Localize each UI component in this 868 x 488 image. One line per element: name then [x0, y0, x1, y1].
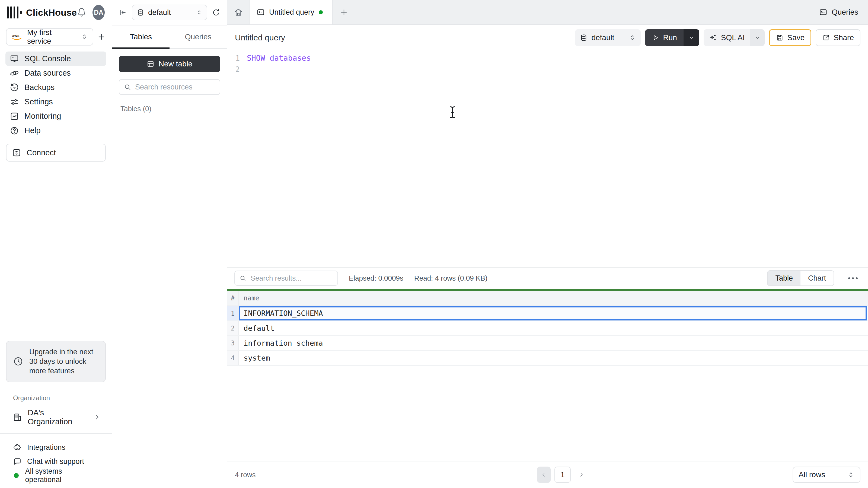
organization-row[interactable]: DA's Organization [0, 405, 112, 433]
text-cursor-pointer [447, 105, 458, 120]
collapse-panel-icon[interactable] [119, 8, 127, 17]
row-value[interactable]: system [239, 351, 868, 365]
results-panel: Elapsed: 0.0009s Read: 4 rows (0.09 KB) … [227, 267, 868, 488]
refresh-icon[interactable] [212, 8, 220, 17]
upgrade-banner[interactable]: Upgrade in the next 30 days to unlock mo… [6, 341, 106, 382]
tab-tables-label: Tables [130, 33, 152, 41]
sidebar-item-label: Settings [24, 97, 53, 106]
notifications-bell-icon[interactable] [77, 8, 87, 18]
app-root: ClickHouse DA aws My first service [0, 0, 868, 488]
sidebar-item-integrations[interactable]: Integrations [6, 440, 106, 454]
resources-search-input[interactable] [119, 79, 220, 95]
share-external-icon [822, 34, 830, 41]
row-value[interactable]: information_schema [239, 336, 868, 350]
play-icon [652, 34, 659, 41]
toggle-table-view[interactable]: Table [768, 271, 801, 286]
console-icon [10, 54, 19, 63]
current-page-button[interactable]: 1 [554, 466, 571, 483]
queries-button-label: Queries [832, 8, 858, 17]
results-more-options-icon[interactable] [845, 274, 861, 282]
table-row[interactable]: 3 information_schema [227, 336, 868, 351]
tab-tables[interactable]: Tables [112, 26, 169, 48]
sidebar-nav: SQL Console Data sources Backups Setting… [0, 52, 112, 138]
clock-icon [13, 356, 23, 366]
sidebar-header: ClickHouse DA [0, 0, 112, 25]
results-search-input[interactable] [235, 270, 338, 286]
page-size-select[interactable]: All rows [793, 466, 860, 483]
results-footer: 4 rows 1 All rows [227, 461, 868, 488]
search-icon [124, 83, 131, 91]
puzzle-icon [13, 443, 22, 452]
run-button-group: Run [645, 29, 699, 46]
sidebar-item-system-status[interactable]: All systems operational [6, 468, 106, 483]
new-table-button-label: New table [159, 60, 193, 68]
column-header-name[interactable]: name [239, 291, 868, 305]
queries-button[interactable]: Queries [809, 0, 868, 24]
sql-ai-options-button[interactable] [750, 29, 765, 46]
sidebar-item-monitoring[interactable]: Monitoring [5, 109, 106, 123]
workspace: Untitled query Queries Untitled query de… [227, 0, 868, 488]
toggle-table-label: Table [775, 274, 793, 283]
settings-icon [10, 97, 19, 106]
database-icon [137, 9, 144, 16]
toolbar-database-select[interactable]: default [575, 29, 641, 46]
chevron-right-icon [93, 414, 101, 421]
service-select-label: My first service [27, 28, 76, 45]
table-row[interactable]: 4 system [227, 351, 868, 366]
new-table-button[interactable]: New table [119, 56, 220, 72]
previous-page-button[interactable] [537, 466, 551, 483]
sidebar-item-settings[interactable]: Settings [5, 95, 106, 109]
sidebar-item-sql-console[interactable]: SQL Console [5, 52, 106, 66]
database-select[interactable]: default [132, 5, 207, 20]
chat-icon [13, 457, 22, 466]
sidebar-item-label: Help [24, 126, 41, 135]
monitoring-icon [10, 112, 19, 121]
run-button[interactable]: Run [645, 29, 683, 46]
toggle-chart-view[interactable]: Chart [801, 271, 834, 286]
save-button[interactable]: Save [769, 29, 811, 46]
next-page-button[interactable] [575, 466, 588, 483]
service-select[interactable]: aws My first service [6, 28, 93, 45]
resources-search [119, 79, 220, 95]
home-icon[interactable] [227, 0, 250, 24]
editor-line: 2 [227, 64, 868, 75]
view-toggle: Table Chart [767, 270, 834, 286]
sql-ai-button[interactable]: SQL AI [704, 29, 750, 46]
sidebar-item-backups[interactable]: Backups [5, 80, 106, 95]
total-rows-label: 4 rows [235, 470, 333, 479]
sql-editor[interactable]: 1 SHOW databases 2 [227, 51, 868, 267]
row-value[interactable]: default [239, 321, 868, 335]
connect-button[interactable]: Connect [6, 144, 106, 162]
chevron-updown-icon [81, 33, 88, 40]
editor-line: 1 SHOW databases [227, 53, 868, 64]
page-size-label: All rows [799, 470, 844, 479]
sidebar-footer-label: All systems operational [25, 467, 99, 484]
row-number: 2 [227, 321, 239, 335]
sidebar-item-help[interactable]: Help [5, 123, 106, 138]
table-row[interactable]: 2 default [227, 321, 868, 336]
query-success-bar [227, 289, 868, 291]
new-tab-button[interactable] [333, 0, 355, 24]
results-table: # name 1 INFORMATION_SCHEMA 2 default 3 … [227, 291, 868, 366]
line-number: 2 [227, 65, 240, 73]
sidebar-item-chat-support[interactable]: Chat with support [6, 454, 106, 468]
line-number: 1 [227, 54, 240, 62]
sql-ai-button-group: SQL AI [704, 29, 765, 46]
share-button[interactable]: Share [816, 29, 860, 46]
add-service-button[interactable] [97, 33, 106, 41]
sparkles-icon [709, 34, 717, 42]
user-avatar[interactable]: DA [93, 5, 105, 20]
sidebar-item-data-sources[interactable]: Data sources [5, 66, 106, 80]
run-button-label: Run [663, 33, 677, 42]
table-row[interactable]: 1 INFORMATION_SCHEMA [227, 306, 868, 321]
row-number: 4 [227, 351, 239, 365]
row-value[interactable]: INFORMATION_SCHEMA [239, 306, 867, 321]
column-header-index[interactable]: # [227, 291, 239, 305]
tab-queries[interactable]: Queries [169, 26, 227, 48]
aws-logo-icon: aws [11, 33, 23, 41]
query-tab-bar: Untitled query Queries [227, 0, 868, 25]
clickhouse-logo-icon [7, 6, 22, 19]
backups-icon [10, 83, 19, 92]
tab-untitled-query[interactable]: Untitled query [250, 0, 333, 24]
run-options-button[interactable] [684, 29, 699, 46]
